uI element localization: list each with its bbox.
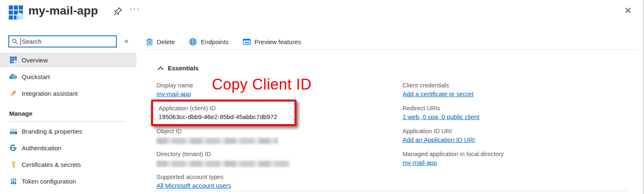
essentials-title: Essentials (168, 65, 199, 72)
overview-icon (9, 56, 18, 64)
close-icon[interactable]: ✕ (624, 5, 632, 16)
chevron-up-icon (158, 67, 164, 70)
sidebar-search[interactable] (8, 35, 117, 47)
managed-application-link[interactable]: my-mail-app (402, 158, 437, 167)
sidebar-item-integration-assistant[interactable]: Integration assistant (0, 86, 136, 101)
add-application-id-uri-link[interactable]: Add an Application ID URI (402, 135, 475, 144)
collapse-sidebar-icon[interactable]: « (124, 37, 128, 45)
field-label: Object ID (156, 127, 390, 135)
essentials-toggle[interactable]: Essentials (158, 65, 199, 72)
preview-features-button[interactable]: Preview features (243, 38, 301, 45)
field-client-credentials: Client credentials Add a certificate or … (402, 81, 636, 99)
preview-features-label: Preview features (254, 38, 301, 45)
sidebar-item-branding-properties[interactable]: www Branding & properties (0, 124, 136, 139)
sidebar-item-label: Integration assistant (22, 90, 78, 97)
token-bars-icon (9, 177, 18, 185)
delete-label: Delete (157, 38, 175, 45)
field-application-id-uri: Application ID URI Add an Application ID… (402, 127, 636, 144)
sidebar: « Overview (0, 32, 136, 194)
sidebar-item-label: Overview (22, 57, 48, 64)
key-icon (9, 160, 18, 169)
app-registration-icon (8, 4, 25, 21)
command-bar: Delete Endpoints Preview features (146, 35, 301, 48)
field-redirect-uris: Redirect URIs 1 web, 0 spa, 0 public cli… (402, 104, 636, 122)
rocket-icon (9, 89, 18, 97)
sidebar-item-label: Branding & properties (22, 128, 82, 135)
endpoints-label: Endpoints (201, 38, 229, 45)
app-header: my-mail-app ··· ✕ (0, 0, 644, 26)
pin-icon[interactable] (113, 6, 124, 17)
section-divider (9, 121, 125, 122)
more-options-icon[interactable]: ··· (129, 3, 140, 14)
sidebar-item-label: Token configuration (22, 178, 76, 185)
search-input[interactable] (21, 38, 116, 45)
field-label: Redirect URIs (402, 104, 636, 112)
field-label: Managed application in local directory (402, 150, 636, 158)
essentials-bottom-divider (156, 191, 628, 191)
toolbar-divider (146, 50, 637, 50)
endpoints-button[interactable]: Endpoints (189, 38, 229, 46)
quickstart-icon (9, 72, 18, 81)
sidebar-item-label: Authentication (22, 144, 61, 152)
application-client-id-value: 195063cc-dbb9-46e2-85bd-45abbc7db972 (158, 112, 294, 122)
delete-button[interactable]: Delete (146, 38, 175, 46)
field-supported-account-types: Supported account types All Microsoft ac… (156, 173, 390, 190)
field-object-id: Object ID (156, 127, 390, 144)
field-managed-application: Managed application in local directory m… (402, 150, 636, 167)
manage-section-title: Manage (9, 110, 33, 117)
display-name-link[interactable]: my-mail-app (156, 90, 191, 99)
page-title: my-mail-app (28, 4, 98, 17)
redacted-tenant-id-value (156, 161, 290, 167)
svg-text:www: www (10, 132, 15, 134)
field-label: Client credentials (402, 81, 636, 90)
redirect-uris-link[interactable]: 1 web, 0 spa, 0 public client (402, 112, 479, 122)
search-icon (12, 38, 18, 45)
browser-www-icon: www (9, 127, 18, 135)
sidebar-item-overview[interactable]: Overview (0, 52, 136, 67)
add-certificate-or-secret-link[interactable]: Add a certificate or secret (402, 90, 473, 99)
sidebar-item-authentication[interactable]: Authentication (0, 140, 136, 155)
sign-in-arrow-icon (9, 144, 18, 152)
supported-account-types-link[interactable]: All Microsoft account users (156, 181, 231, 190)
field-label: Application (client) ID (158, 104, 294, 112)
redacted-object-id-value (156, 138, 278, 144)
field-directory-tenant-id: Directory (tenant) ID (156, 150, 390, 167)
trash-icon (146, 38, 153, 46)
sidebar-item-label: Certificates & secrets (22, 161, 81, 168)
sidebar-item-certificates-secrets[interactable]: Certificates & secrets (0, 157, 136, 172)
field-label: Application ID URI (402, 127, 636, 135)
copy-client-id-annotation: Copy Client ID (212, 76, 312, 93)
globe-icon (189, 38, 197, 46)
sidebar-item-token-configuration[interactable]: Token configuration (0, 174, 136, 189)
sidebar-item-quickstart[interactable]: Quickstart (0, 69, 136, 84)
preview-features-icon (243, 39, 251, 45)
sidebar-item-label: Quickstart (22, 73, 50, 80)
client-id-highlight-box: Application (client) ID 195063cc-dbb9-46… (151, 99, 297, 126)
field-label: Directory (tenant) ID (156, 150, 390, 158)
field-label: Supported account types (156, 173, 390, 181)
